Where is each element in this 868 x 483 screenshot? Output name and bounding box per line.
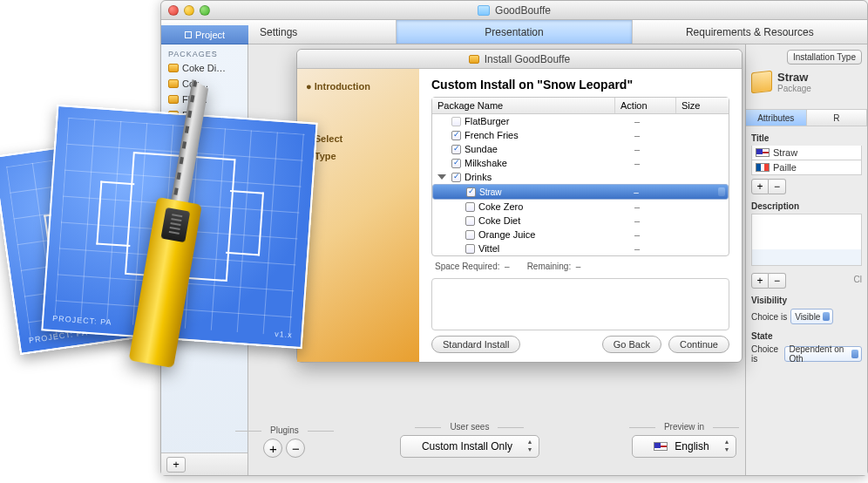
inspector-subtitle: Package bbox=[777, 84, 811, 93]
checkbox[interactable] bbox=[465, 216, 475, 226]
space-row: Space Required: – Remaining: – bbox=[431, 256, 729, 276]
package-box-icon bbox=[751, 71, 772, 94]
inspector-tab-r[interactable]: R bbox=[807, 110, 868, 126]
package-item[interactable]: Fre… bbox=[161, 107, 248, 123]
flag-us-icon bbox=[654, 442, 668, 451]
remove-plugin-button[interactable]: − bbox=[286, 439, 305, 458]
packages-sidebar: PACKAGES Coke Di… Cok… Flat… Fre… + bbox=[161, 44, 248, 475]
project-source-tab[interactable]: Project bbox=[161, 25, 248, 44]
tab-requirements[interactable]: Requirements & Resources bbox=[633, 20, 867, 44]
inspector-tab-attributes[interactable]: Attributes bbox=[746, 110, 807, 126]
package-item[interactable]: Flat… bbox=[161, 92, 248, 107]
add-description-button[interactable]: + bbox=[751, 273, 769, 289]
title-locale-row[interactable]: Straw bbox=[751, 146, 862, 160]
flag-fr-icon bbox=[756, 163, 770, 172]
package-name: Milkshake bbox=[465, 158, 603, 168]
package-name: Coke Zero bbox=[478, 201, 603, 212]
description-label: Description bbox=[751, 201, 862, 211]
continue-button[interactable]: Continue bbox=[668, 336, 729, 353]
window-title: GoodBouffe bbox=[495, 4, 551, 17]
package-action: – bbox=[607, 144, 668, 154]
installer-titlebar: Install GoodBouffe bbox=[297, 50, 742, 69]
installer-icon bbox=[469, 55, 479, 64]
package-name: Vittel bbox=[478, 243, 603, 254]
description-table[interactable] bbox=[751, 214, 862, 266]
go-back-button[interactable]: Go Back bbox=[602, 336, 661, 353]
checkbox[interactable] bbox=[451, 145, 461, 154]
checkbox[interactable] bbox=[465, 230, 475, 240]
packages-header: PACKAGES bbox=[161, 44, 248, 60]
package-icon bbox=[168, 111, 179, 119]
add-package-button[interactable]: + bbox=[166, 457, 186, 473]
remove-description-button[interactable]: − bbox=[769, 273, 786, 289]
package-action: – bbox=[607, 116, 668, 126]
remove-locale-button[interactable]: − bbox=[769, 179, 786, 194]
inspector-pane: Installation Type Straw Package Attribut… bbox=[745, 44, 867, 475]
table-header: Package Name Action Size bbox=[432, 98, 729, 114]
installation-type-button[interactable]: Installation Type bbox=[787, 50, 862, 65]
user-sees-select[interactable]: Custom Install Only ▲▼ bbox=[400, 435, 539, 458]
preview-in-label: Preview in bbox=[655, 422, 713, 432]
title-locale-row[interactable]: Paille bbox=[751, 160, 862, 175]
user-sees-label: User sees bbox=[441, 422, 498, 432]
package-item[interactable]: Cok… bbox=[161, 76, 248, 92]
package-name: Sundae bbox=[465, 144, 603, 154]
visibility-label: Visibility bbox=[751, 296, 862, 305]
package-row[interactable]: Orange Juice– bbox=[432, 228, 729, 242]
package-icon bbox=[168, 64, 179, 72]
preview-language-select[interactable]: English ▲▼ bbox=[632, 435, 736, 458]
package-row[interactable]: Vittel– bbox=[432, 242, 729, 255]
package-action: – bbox=[607, 158, 668, 168]
package-table: Package Name Action Size FlatBurger–Fren… bbox=[431, 97, 729, 256]
title-label: Title bbox=[751, 133, 862, 143]
package-name: FlatBurger bbox=[465, 116, 603, 126]
checkbox[interactable] bbox=[451, 173, 461, 182]
checkbox[interactable] bbox=[466, 187, 476, 197]
installer-heading: Custom Install on "Snow Leopard" bbox=[431, 78, 729, 92]
installer-preview-window: Install GoodBouffe ● Introduction n Sele… bbox=[296, 49, 743, 363]
package-action: – bbox=[607, 215, 668, 226]
package-name: Coke Diet bbox=[478, 215, 603, 226]
package-row[interactable]: Coke Diet– bbox=[432, 214, 729, 228]
package-action: – bbox=[607, 201, 668, 212]
add-locale-button[interactable]: + bbox=[751, 179, 769, 194]
package-name: Drinks bbox=[465, 172, 603, 182]
package-row[interactable]: FlatBurger– bbox=[432, 114, 729, 128]
stepper-icon: ▲▼ bbox=[722, 439, 732, 454]
state-label: State bbox=[751, 331, 862, 341]
checkbox[interactable] bbox=[451, 131, 461, 140]
titlebar: GoodBouffe bbox=[161, 1, 867, 20]
project-icon bbox=[185, 31, 192, 38]
package-row[interactable]: Straw– bbox=[432, 184, 729, 200]
package-action: – bbox=[607, 243, 668, 254]
tab-presentation[interactable]: Presentation bbox=[397, 20, 632, 44]
package-row[interactable]: French Fries– bbox=[432, 128, 729, 142]
package-row[interactable]: Coke Zero– bbox=[432, 200, 729, 214]
checkbox[interactable] bbox=[465, 202, 475, 212]
package-row[interactable]: Milkshake– bbox=[432, 156, 729, 170]
clear-button[interactable]: Cl bbox=[854, 275, 862, 284]
package-name: Straw bbox=[479, 187, 602, 197]
package-icon bbox=[168, 95, 179, 104]
state-select[interactable]: Dependent on Oth bbox=[784, 346, 862, 362]
plugins-label: Plugins bbox=[261, 425, 308, 435]
checkbox[interactable] bbox=[465, 244, 475, 254]
checkbox[interactable] bbox=[451, 117, 461, 126]
package-row[interactable]: Drinks bbox=[432, 170, 729, 184]
flag-us-icon bbox=[756, 148, 770, 157]
bottom-controls: Plugins + − User sees Custom Install Onl… bbox=[261, 422, 736, 458]
package-name: French Fries bbox=[465, 130, 603, 140]
description-area bbox=[431, 278, 729, 330]
package-action: – bbox=[607, 130, 668, 140]
checkbox[interactable] bbox=[451, 159, 461, 168]
visibility-select[interactable]: Visible bbox=[790, 309, 833, 324]
add-plugin-button[interactable]: + bbox=[263, 439, 282, 458]
package-item[interactable]: Coke Di… bbox=[161, 60, 248, 76]
package-action: – bbox=[606, 187, 667, 197]
folder-icon bbox=[478, 5, 490, 16]
disclosure-triangle-icon[interactable] bbox=[437, 174, 446, 180]
package-row[interactable]: Sundae– bbox=[432, 142, 729, 156]
standard-install-button[interactable]: Standard Install bbox=[431, 336, 520, 353]
package-action: – bbox=[607, 229, 668, 240]
inspector-name: Straw bbox=[777, 71, 811, 84]
